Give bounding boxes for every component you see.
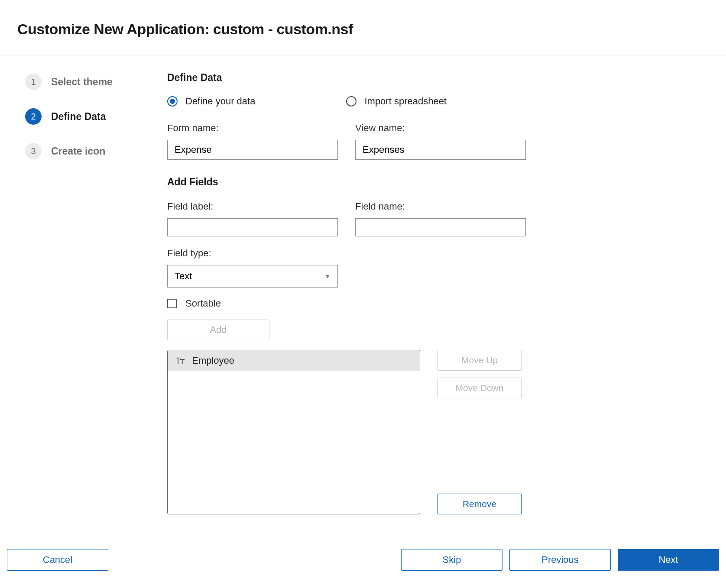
chevron-down-icon: ▼	[324, 273, 331, 280]
field-label-label: Field label:	[167, 201, 338, 212]
radio-label: Import spreadsheet	[364, 96, 447, 107]
step-label: Select theme	[51, 76, 113, 88]
view-name-input[interactable]	[355, 140, 526, 160]
field-name-input[interactable]	[355, 218, 526, 236]
step-select-theme[interactable]: 1 Select theme	[25, 74, 133, 90]
step-number: 2	[25, 108, 42, 125]
form-name-input[interactable]	[167, 140, 338, 160]
add-fields-title: Add Fields	[167, 176, 706, 188]
field-type-select-wrap: Text ▼	[167, 265, 338, 288]
field-label-group: Field label:	[167, 201, 338, 236]
section-title: Define Data	[167, 72, 706, 84]
step-label: Create icon	[51, 145, 105, 157]
field-name-label: Field name:	[355, 201, 526, 212]
field-list-item[interactable]: Tᴛ Employee	[168, 350, 420, 371]
field-item-label: Employee	[192, 355, 234, 366]
field-name-group: Field name:	[355, 201, 526, 236]
footer-right-buttons: Skip Previous Next	[401, 549, 719, 571]
sortable-checkbox[interactable]: Sortable	[167, 298, 706, 309]
previous-button[interactable]: Previous	[509, 549, 611, 571]
view-name-label: View name:	[355, 123, 526, 134]
form-name-group: Form name:	[167, 123, 338, 160]
field-label-name-row: Field label: Field name:	[167, 201, 706, 236]
skip-button[interactable]: Skip	[401, 549, 502, 571]
step-define-data[interactable]: 2 Define Data	[25, 108, 133, 125]
radio-label: Define your data	[185, 96, 255, 107]
dialog-header: Customize New Application: custom - cust…	[0, 0, 726, 55]
main-panel: Define Data Define your data Import spre…	[147, 55, 726, 532]
data-mode-radio-group: Define your data Import spreadsheet	[167, 96, 706, 107]
radio-define-your-data[interactable]: Define your data	[167, 96, 255, 107]
field-type-select[interactable]: Text ▼	[167, 265, 338, 288]
field-type-value: Text	[175, 271, 192, 282]
field-type-group: Field type: Text ▼	[167, 248, 706, 288]
cancel-button[interactable]: Cancel	[7, 549, 108, 571]
form-name-label: Form name:	[167, 123, 338, 134]
step-number: 3	[25, 143, 42, 159]
text-type-icon: Tᴛ	[175, 355, 184, 366]
view-name-group: View name:	[355, 123, 526, 160]
field-list[interactable]: Tᴛ Employee	[167, 350, 420, 514]
radio-circle-icon	[167, 96, 178, 107]
move-up-button[interactable]: Move Up	[438, 350, 522, 371]
dialog-footer: Cancel Skip Previous Next	[0, 532, 726, 579]
fields-list-area: Tᴛ Employee Move Up Move Down Remove	[167, 350, 706, 514]
form-view-row: Form name: View name:	[167, 123, 706, 160]
field-label-input[interactable]	[167, 218, 338, 236]
radio-dot-icon	[170, 99, 175, 104]
radio-import-spreadsheet[interactable]: Import spreadsheet	[346, 96, 447, 107]
add-field-button[interactable]: Add	[167, 320, 269, 340]
next-button[interactable]: Next	[618, 549, 719, 571]
field-type-label: Field type:	[167, 248, 706, 259]
remove-button[interactable]: Remove	[438, 494, 522, 514]
move-buttons: Move Up Move Down	[438, 350, 522, 398]
page-title: Customize New Application: custom - cust…	[17, 21, 709, 38]
content-area: 1 Select theme 2 Define Data 3 Create ic…	[0, 55, 726, 532]
step-create-icon[interactable]: 3 Create icon	[25, 143, 133, 159]
sortable-label: Sortable	[185, 298, 221, 309]
field-side-buttons: Move Up Move Down Remove	[438, 350, 522, 514]
radio-circle-icon	[346, 96, 357, 107]
move-down-button[interactable]: Move Down	[438, 378, 522, 398]
wizard-sidebar: 1 Select theme 2 Define Data 3 Create ic…	[0, 55, 147, 532]
step-number: 1	[25, 74, 42, 90]
checkbox-box-icon	[167, 299, 177, 308]
step-label: Define Data	[51, 111, 106, 123]
